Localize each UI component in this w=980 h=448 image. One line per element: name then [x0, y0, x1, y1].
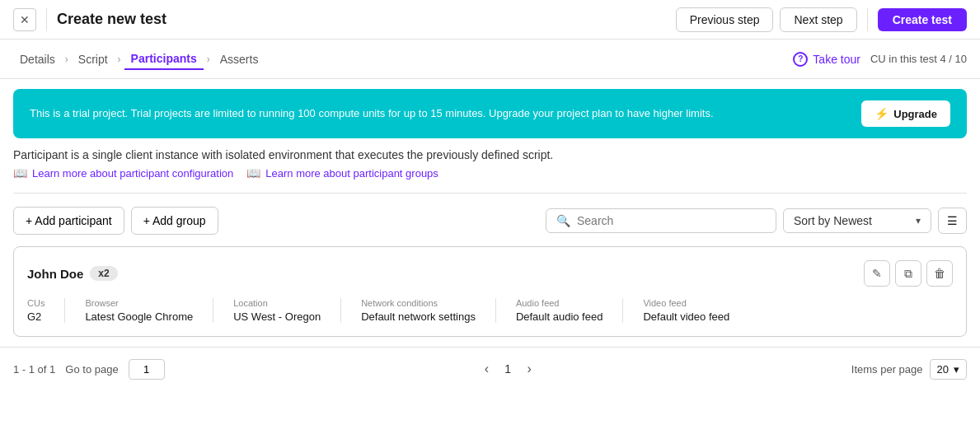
detail-cus: CUs G2: [27, 298, 65, 323]
chevron-down-icon: ▾: [916, 215, 921, 226]
learn-participant-config-link[interactable]: 📖 Learn more about participant configura…: [13, 166, 233, 180]
chevron-icon-2: ›: [118, 54, 121, 65]
header-divider: [46, 8, 47, 31]
video-label: Video feed: [643, 298, 729, 308]
current-page: 1: [504, 362, 511, 376]
next-step-button[interactable]: Next step: [780, 7, 856, 32]
detail-audio: Audio feed Default audio feed: [516, 298, 624, 323]
sort-label: Sort by Newest: [794, 214, 909, 227]
next-page-button[interactable]: ›: [518, 357, 541, 380]
card-actions: ✎ ⧉ 🗑: [864, 260, 953, 287]
cu-info: CU in this test 4 / 10: [870, 53, 967, 65]
chevron-icon-3: ›: [207, 54, 210, 65]
lightning-icon: ⚡: [874, 107, 889, 120]
previous-step-button[interactable]: Previous step: [676, 7, 774, 32]
browser-value: Latest Google Chrome: [85, 310, 193, 323]
create-test-button[interactable]: Create test: [878, 8, 967, 31]
edit-button[interactable]: ✎: [864, 260, 890, 287]
participant-count-badge: x2: [90, 266, 117, 281]
filter-button[interactable]: ☰: [938, 208, 967, 234]
links-row: 📖 Learn more about participant configura…: [13, 166, 967, 180]
nav-right: ? Take tour CU in this test 4 / 10: [793, 52, 967, 67]
detail-browser: Browser Latest Google Chrome: [85, 298, 213, 323]
toolbar-left: + Add participant + Add group: [13, 207, 537, 235]
items-per-page-label: Items per page: [851, 363, 923, 376]
link2-label: Learn more about participant groups: [265, 167, 438, 180]
video-value: Default video feed: [643, 310, 729, 323]
upgrade-label: Upgrade: [893, 108, 937, 120]
search-box[interactable]: 🔍: [546, 208, 776, 233]
horizontal-rule: [13, 193, 967, 194]
take-tour-label: Take tour: [813, 53, 860, 66]
page-info: 1 - 1 of 1: [13, 363, 55, 376]
location-label: Location: [233, 298, 321, 308]
learn-participant-groups-link[interactable]: 📖 Learn more about participant groups: [246, 166, 438, 180]
audio-label: Audio feed: [516, 298, 603, 308]
tour-icon: ?: [793, 52, 808, 67]
card-details: CUs G2 Browser Latest Google Chrome Loca…: [27, 298, 953, 323]
add-group-button[interactable]: + Add group: [131, 207, 218, 235]
cus-value: G2: [27, 310, 45, 323]
app-header: ✕ Create new test Previous step Next ste…: [0, 0, 980, 40]
take-tour-button[interactable]: ? Take tour: [793, 52, 860, 67]
close-button[interactable]: ✕: [13, 8, 36, 31]
participant-card: John Doe x2 ✎ ⧉ 🗑 CUs G2 Browser Latest …: [13, 246, 967, 337]
toolbar-right: 🔍 Sort by Newest ▾ ☰: [546, 208, 967, 234]
network-value: Default network settings: [361, 310, 476, 323]
book-icon-1: 📖: [13, 166, 27, 180]
nav-participants[interactable]: Participants: [124, 49, 204, 70]
toolbar: + Add participant + Add group 🔍 Sort by …: [13, 207, 967, 235]
action-divider: [867, 8, 868, 31]
copy-button[interactable]: ⧉: [895, 260, 921, 287]
prev-page-button[interactable]: ‹: [475, 357, 498, 380]
card-header: John Doe x2 ✎ ⧉ 🗑: [27, 260, 953, 287]
book-icon-2: 📖: [246, 166, 260, 180]
detail-video: Video feed Default video feed: [643, 298, 749, 323]
network-label: Network conditions: [361, 298, 476, 308]
items-per-page-select[interactable]: 20 ▾: [930, 359, 967, 380]
browser-label: Browser: [85, 298, 193, 308]
pagination-right: Items per page 20 ▾: [851, 359, 967, 380]
page-title: Create new test: [57, 11, 666, 28]
nav-items: Details › Script › Participants › Assert…: [13, 49, 793, 70]
search-icon: 🔍: [556, 214, 570, 227]
location-value: US West - Oregon: [233, 310, 321, 323]
filter-icon: ☰: [947, 214, 958, 227]
detail-network: Network conditions Default network setti…: [361, 298, 496, 323]
items-per-page-value: 20: [937, 363, 949, 376]
link1-label: Learn more about participant configurati…: [32, 167, 233, 180]
chevron-icon-1: ›: [65, 54, 68, 65]
upgrade-button[interactable]: ⚡ Upgrade: [861, 100, 950, 127]
breadcrumb-nav: Details › Script › Participants › Assert…: [0, 40, 980, 79]
search-input[interactable]: [577, 214, 766, 227]
items-per-page-arrow: ▾: [954, 363, 959, 376]
add-participant-button[interactable]: + Add participant: [13, 207, 124, 235]
participant-name-row: John Doe x2: [27, 266, 118, 281]
nav-asserts[interactable]: Asserts: [213, 49, 265, 69]
description-text: Participant is a single client instance …: [13, 148, 967, 161]
audio-value: Default audio feed: [516, 310, 603, 323]
header-actions: Previous step Next step Create test: [676, 7, 967, 32]
cus-label: CUs: [27, 298, 45, 308]
participant-name: John Doe: [27, 267, 83, 281]
nav-details[interactable]: Details: [13, 49, 62, 69]
detail-location: Location US West - Oregon: [233, 298, 341, 323]
pagination-bar: 1 - 1 of 1 Go to page ‹ 1 › Items per pa…: [0, 347, 980, 390]
goto-label: Go to page: [65, 363, 118, 376]
goto-input[interactable]: [129, 359, 165, 380]
sort-dropdown[interactable]: Sort by Newest ▾: [783, 208, 931, 233]
trial-banner: This is a trial project. Trial projects …: [13, 89, 967, 138]
main-content: Participant is a single client instance …: [0, 148, 980, 337]
pagination-center: ‹ 1 ›: [175, 357, 842, 380]
banner-text: This is a trial project. Trial projects …: [30, 105, 714, 122]
nav-script[interactable]: Script: [72, 49, 115, 69]
delete-button[interactable]: 🗑: [926, 260, 953, 287]
